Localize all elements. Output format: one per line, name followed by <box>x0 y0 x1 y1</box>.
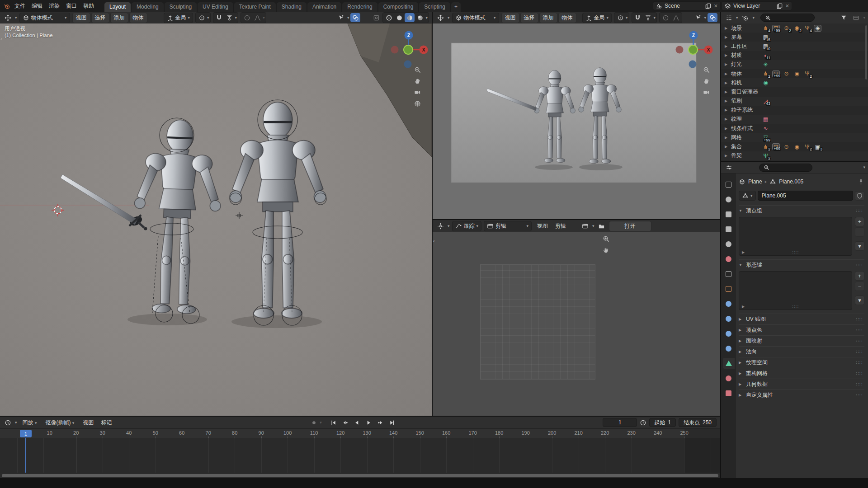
properties-tab-material[interactable] <box>723 373 735 384</box>
current-frame-field[interactable]: 1 <box>603 418 637 427</box>
timeline-track[interactable] <box>0 438 720 473</box>
topbar-menu-文件[interactable]: 文件 <box>11 1 28 11</box>
mode-dropdown[interactable]: 物体模式▾ <box>19 13 70 23</box>
properties-search-input[interactable] <box>759 164 812 172</box>
workspace-tab-animation[interactable]: Animation <box>307 2 341 12</box>
outliner-row[interactable]: ▶材质◐11 <box>721 51 868 60</box>
pan-hand-icon[interactable] <box>414 78 421 84</box>
topbar-menu-渲染[interactable]: 渲染 <box>46 1 63 11</box>
pin-icon[interactable] <box>858 178 864 185</box>
add-workspace-button[interactable]: + <box>451 2 461 12</box>
clip-menu-剪辑[interactable]: 剪辑 <box>552 221 569 231</box>
viewport-menu-选择[interactable]: 选择 <box>91 13 109 23</box>
pivot-point-icon[interactable] <box>197 13 207 22</box>
viewport-menu-视图[interactable]: 视图 <box>501 13 519 23</box>
play-button[interactable] <box>363 418 374 427</box>
outliner-row[interactable]: ▶纹理▦ <box>721 115 868 124</box>
xray-toggle-icon[interactable] <box>371 13 381 22</box>
remove-view-layer-icon[interactable]: ✕ <box>785 3 789 9</box>
sidebar-toggle-icon[interactable]: ‹ <box>433 238 435 244</box>
view-layer-selector[interactable]: View Layer ✕ <box>722 1 792 10</box>
outliner-row[interactable]: ▶集合⋔2▽+99⊙◉Ψ2▣3 <box>721 142 868 151</box>
proportional-editing-icon[interactable] <box>660 13 670 22</box>
panel-list-形态键[interactable]: ▶∷∷ <box>739 271 852 310</box>
workspace-tab-rendering[interactable]: Rendering <box>342 2 377 12</box>
properties-tab-collection[interactable] <box>723 268 735 279</box>
new-clip-icon[interactable] <box>580 221 590 230</box>
disclosure-icon[interactable]: ▶ <box>725 26 729 30</box>
display-mode-blender-file-icon[interactable] <box>741 13 750 22</box>
disclosure-icon[interactable]: ▶ <box>725 127 729 131</box>
proportional-editing-icon[interactable] <box>242 13 252 22</box>
panel-header-UV 贴图[interactable]: ▶UV 贴图∷∷ <box>739 314 864 324</box>
clip-editor-canvas[interactable]: ‹ <box>433 232 720 416</box>
disclosure-icon[interactable]: ▶ <box>725 53 729 57</box>
zoom-icon[interactable] <box>414 66 421 73</box>
snap-toggle-icon[interactable] <box>633 13 643 22</box>
camera-view-icon[interactable] <box>703 89 710 96</box>
editor-type-3d-icon[interactable] <box>435 13 445 22</box>
add-item-button[interactable]: + <box>855 271 864 281</box>
disclosure-icon[interactable]: ▶ <box>725 81 729 85</box>
prev-keyframe-button[interactable] <box>340 418 351 427</box>
shading-rendered-icon[interactable] <box>415 13 425 22</box>
outliner-row[interactable]: ▶骨架Ψ2 <box>721 151 868 160</box>
properties-tab-object[interactable] <box>723 283 735 294</box>
new-scene-icon[interactable] <box>705 3 712 9</box>
workspace-tab-layout[interactable]: Layout <box>104 2 131 12</box>
panel-list-顶点组[interactable]: ▶∷∷ <box>739 217 852 256</box>
viewport-menu-添加[interactable]: 添加 <box>110 13 128 23</box>
workspace-tab-texture-paint[interactable]: Texture Paint <box>234 2 276 12</box>
outliner-row[interactable]: ▶笔刷◢43 <box>721 97 868 106</box>
snap-target-icon[interactable] <box>225 13 235 22</box>
fake-user-shield-icon[interactable] <box>855 191 864 201</box>
sidebar-toggle-icon[interactable]: ‹ <box>0 36 2 42</box>
mesh-id-dropdown[interactable]: ▾ <box>739 191 756 201</box>
outliner-row[interactable]: ▶工作区▤10 <box>721 42 868 51</box>
specials-menu-button[interactable]: ▾ <box>855 296 864 305</box>
orientation-dropdown[interactable]: 全局▾ <box>582 13 612 23</box>
current-frame-badge[interactable]: 1 <box>20 430 32 437</box>
shading-solid-icon[interactable] <box>394 13 404 22</box>
proportional-falloff-icon[interactable] <box>671 13 681 22</box>
editor-type-properties-icon[interactable] <box>724 163 734 172</box>
workspace-tab-uv-editing[interactable]: UV Editing <box>198 2 233 12</box>
play-reverse-button[interactable] <box>352 418 363 427</box>
frame-start-field[interactable]: 起始1 <box>649 418 676 427</box>
editor-type-3d-icon[interactable] <box>3 13 13 22</box>
navigation-gizmo[interactable]: Z X <box>388 27 429 68</box>
menu-playback[interactable]: 回放 ▾ <box>19 418 40 427</box>
open-folder-icon[interactable] <box>597 221 607 230</box>
outliner-row[interactable]: ▶窗口管理器 <box>721 87 868 96</box>
use-preview-range-icon[interactable] <box>640 419 646 426</box>
next-keyframe-button[interactable] <box>375 418 386 427</box>
disclosure-icon[interactable]: ▶ <box>725 35 729 39</box>
panel-header-顶点组[interactable]: ▼顶点组∷∷ <box>739 205 864 216</box>
outliner-row[interactable]: ▶场景⋔4▽+99⊙2◉2Ψ4◈ <box>721 23 868 33</box>
filter-icon[interactable] <box>839 13 849 22</box>
panel-header-纹理空间[interactable]: ▶纹理空间∷∷ <box>739 357 864 368</box>
editor-type-clip-icon[interactable] <box>435 221 445 230</box>
playhead[interactable] <box>25 438 26 473</box>
menu-keying[interactable]: 抠像(插帧) ▾ <box>42 418 77 427</box>
timeline-scrollbar[interactable] <box>2 474 718 477</box>
toggle-perspective-icon[interactable] <box>414 100 421 107</box>
panel-header-法向[interactable]: ▶法向∷∷ <box>739 346 864 357</box>
breadcrumb-object[interactable]: Plane <box>748 178 762 185</box>
list-expand-icon[interactable]: ▶ <box>742 305 745 309</box>
auto-keying-icon[interactable] <box>309 418 319 427</box>
topbar-menu-帮助[interactable]: 帮助 <box>80 1 97 11</box>
blender-logo-icon[interactable] <box>4 3 10 9</box>
disclosure-icon[interactable]: ▶ <box>725 90 729 94</box>
new-view-layer-icon[interactable] <box>776 3 783 9</box>
properties-tab-object-data[interactable] <box>723 358 735 369</box>
viewport-secondary-canvas[interactable]: Z X <box>433 23 720 219</box>
editor-type-timeline-icon[interactable] <box>3 418 13 427</box>
topbar-menu-窗口[interactable]: 窗口 <box>63 1 80 11</box>
orientation-dropdown[interactable]: 全局▾ <box>164 13 193 23</box>
viewport-menu-视图[interactable]: 视图 <box>72 13 90 23</box>
timeline-menu-标记[interactable]: 标记 <box>98 418 115 427</box>
show-overlays-icon[interactable] <box>708 13 717 22</box>
workspace-tab-compositing[interactable]: Compositing <box>378 2 419 12</box>
disclosure-icon[interactable]: ▶ <box>725 99 729 103</box>
